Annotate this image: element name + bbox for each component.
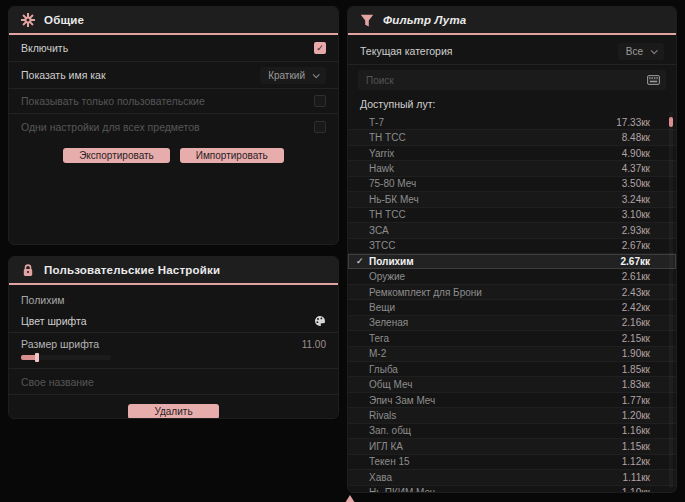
delete-button[interactable]: Удалить [128, 404, 218, 419]
loot-item-value: 2.67кк [621, 256, 650, 267]
loot-list-item[interactable]: Нь-БК Меч 3.24кк [348, 192, 676, 207]
selected-check-icon: ✓ [356, 256, 369, 266]
display-name-row: Показать имя как Краткий [9, 62, 338, 89]
loot-list-item[interactable]: Общ Меч 1.83кк [348, 377, 676, 392]
loot-item-name: Hawk [369, 163, 622, 174]
loot-item-name: Общ Меч [369, 379, 622, 390]
loot-filter-panel: Фильтр Лута Текущая категория Все Доступ… [347, 6, 677, 493]
loot-list-item[interactable]: Ремкомплект для Брони 2.43кк [348, 285, 676, 300]
loot-item-value: 2.15кк [622, 333, 650, 344]
loot-item-value: 3.50кк [622, 178, 650, 189]
loot-item-value: 1.90кк [622, 348, 650, 359]
available-loot-label: Доступный лут: [360, 98, 664, 110]
loot-list-item[interactable]: 75-80 Меч 3.50кк [348, 177, 676, 192]
loot-item-name: Хава [369, 472, 623, 483]
loot-item-name: Т-7 [369, 117, 616, 128]
export-import-row: Экспортировать Импортировать [9, 148, 338, 163]
loot-list-item[interactable]: Текен 15 1.12кк [348, 455, 676, 470]
loot-item-value: 1.11кк [623, 472, 650, 483]
palette-icon[interactable] [314, 315, 326, 327]
loot-item-name: Тега [369, 333, 622, 344]
funnel-icon [360, 14, 374, 27]
enable-label: Включить [21, 42, 68, 54]
loot-item-name: М-2 [369, 348, 622, 359]
loot-item-value: 17.33кк [616, 117, 650, 128]
slider-handle[interactable] [35, 353, 39, 362]
only-custom-checkbox[interactable] [314, 95, 326, 107]
font-color-label: Цвет шрифта [21, 315, 87, 327]
loot-item-name: Зеленая [369, 317, 622, 328]
loot-list-item[interactable]: ТН ТСС 8.48кк [348, 130, 676, 145]
loot-item-name: Нь-ПКИМ Меч [369, 487, 622, 493]
loot-item-value: 1.12кк [622, 456, 650, 467]
loot-item-name: ТН ТСС [369, 209, 622, 220]
font-size-label: Размер шрифта [21, 338, 99, 350]
loot-item-value: 4.90кк [622, 148, 650, 159]
loot-list-item[interactable]: ✓ Полихим 2.67кк [348, 254, 676, 269]
loot-item-name: Нь-БК Меч [369, 194, 622, 205]
category-dropdown[interactable]: Все [618, 43, 664, 60]
loot-list-item[interactable]: ИГЛ КА 1.15кк [348, 439, 676, 454]
loot-list-item[interactable]: Т-7 17.33кк [348, 115, 676, 130]
selected-item-name: Полихим [21, 294, 326, 306]
loot-item-value: 2.61кк [622, 271, 650, 282]
loot-item-value: 1.15кк [622, 441, 650, 452]
font-size-slider[interactable] [21, 355, 111, 360]
export-button[interactable]: Экспортировать [63, 148, 170, 163]
loot-list-item[interactable]: Глыба 1.85кк [348, 362, 676, 377]
category-label: Текущая категория [360, 45, 453, 57]
loot-list-item[interactable]: Нь-ПКИМ Меч 1.10кк [348, 486, 676, 494]
display-name-label: Показать имя как [21, 69, 106, 81]
loot-item-name: Ремкомплект для Брони [369, 287, 622, 298]
chevron-down-icon [313, 71, 320, 78]
loot-scrollbar[interactable] [669, 111, 673, 488]
category-row: Текущая категория Все [348, 38, 676, 65]
loot-item-value: 1.10кк [622, 487, 650, 493]
loot-list-item[interactable]: Хава 1.11кк [348, 470, 676, 485]
loot-item-name: Текен 15 [369, 456, 622, 467]
loot-item-value: 2.93кк [622, 225, 650, 236]
loot-list-item[interactable]: М-2 1.90кк [348, 347, 676, 362]
loot-list-item[interactable]: ЗТСС 2.67кк [348, 239, 676, 254]
loot-list-item[interactable]: Зап. общ 1.16кк [348, 424, 676, 439]
keyboard-icon[interactable] [647, 75, 660, 85]
loot-item-value: 1.85кк [622, 364, 650, 375]
loot-item-value: 1.16кк [622, 425, 650, 436]
loot-filter-panel-title: Фильтр Лута [383, 14, 466, 26]
loot-list-item[interactable]: ЗСА 2.93кк [348, 223, 676, 238]
loot-item-name: Зап. общ [369, 425, 622, 436]
category-value: Все [626, 46, 643, 57]
import-button[interactable]: Импортировать [180, 148, 284, 163]
shared-settings-row: Одни настройки для всех предметов [9, 114, 338, 139]
custom-name-input[interactable] [21, 370, 326, 394]
loot-list-item[interactable]: Эпич Зам Меч 1.77кк [348, 393, 676, 408]
loot-list-item[interactable]: Тега 2.15кк [348, 331, 676, 346]
loot-item-value: 2.43кк [622, 287, 650, 298]
loot-item-name: ТН ТСС [369, 132, 622, 143]
loot-list-item[interactable]: Оружие 2.61кк [348, 269, 676, 284]
loot-list-item[interactable]: ТН ТСС 3.10кк [348, 208, 676, 223]
lock-icon [21, 263, 35, 277]
display-name-value: Краткий [268, 70, 305, 81]
loot-list-item[interactable]: Hawk 4.37кк [348, 161, 676, 176]
loot-item-name: Yarrix [369, 148, 622, 159]
loot-list-item[interactable]: Вещи 2.42кк [348, 300, 676, 315]
display-name-dropdown[interactable]: Краткий [260, 67, 326, 84]
loot-scrollbar-thumb[interactable] [669, 117, 673, 127]
loot-item-name: Глыба [369, 364, 622, 375]
enable-checkbox[interactable]: ✓ [314, 42, 326, 54]
loot-list-item[interactable]: Rivals 1.20кк [348, 408, 676, 423]
loot-list-item[interactable]: Зеленая 2.16кк [348, 316, 676, 331]
chevron-down-icon [651, 47, 658, 54]
search-input[interactable] [366, 75, 647, 86]
shared-settings-checkbox[interactable] [314, 121, 326, 133]
loot-item-name: Вещи [369, 302, 622, 313]
loot-item-value: 1.20кк [622, 410, 650, 421]
gear-icon [21, 13, 35, 27]
loot-item-name: Эпич Зам Меч [369, 395, 622, 406]
enable-row: Включить ✓ [9, 35, 338, 62]
only-custom-label: Показывать только пользовательские [21, 95, 205, 107]
user-settings-panel-title: Пользовательские Настройки [44, 264, 220, 276]
loot-list-item[interactable]: Yarrix 4.90кк [348, 146, 676, 161]
loot-item-value: 1.77кк [622, 395, 650, 406]
